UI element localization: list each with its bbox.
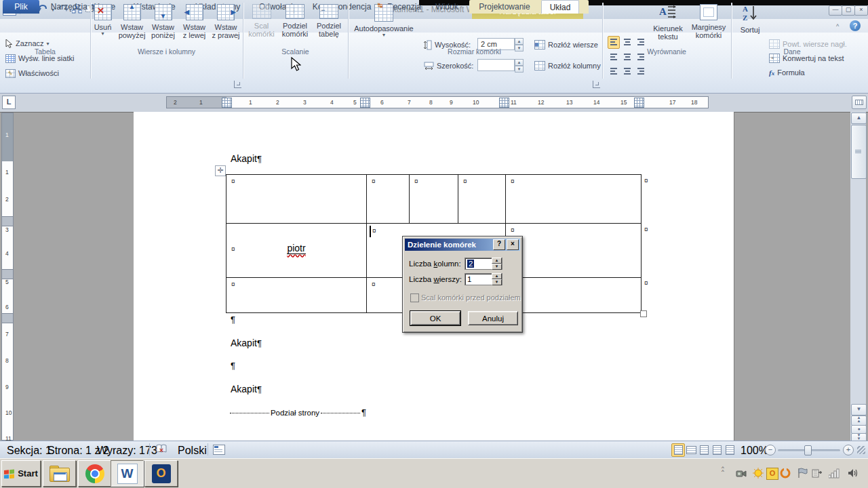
rozmiar-dialog-launcher[interactable] — [593, 81, 600, 88]
table-cell[interactable]: ¤ — [410, 175, 458, 223]
dialog-title-bar[interactable]: Dzielenie komórek ? × — [405, 239, 520, 251]
table-cell[interactable]: ¤ — [226, 175, 367, 223]
empty-paragraph[interactable]: ¶ — [231, 361, 235, 371]
zoom-slider-thumb[interactable] — [804, 445, 812, 455]
tab-projektowanie[interactable]: Projektowanie — [473, 0, 536, 14]
paragraph[interactable]: Akapit¶ — [231, 338, 262, 348]
table-row-marker[interactable] — [2, 269, 13, 279]
insert-right-button[interactable]: ▶ Wstawz prawej — [210, 2, 241, 45]
start-button[interactable]: Start — [1, 460, 41, 487]
autofit-button[interactable]: ↹ Autodopasowanie ▾ — [351, 2, 417, 45]
table-resize-handle[interactable] — [640, 310, 647, 317]
tray-volume-icon[interactable] — [848, 468, 859, 479]
tab-uklad[interactable]: Układ — [541, 0, 579, 14]
close-button[interactable]: × — [854, 5, 868, 16]
align-bottom-center-button[interactable] — [621, 64, 633, 77]
previous-page-button[interactable]: ▲▲ — [851, 415, 867, 426]
dialog-close-button[interactable]: × — [507, 239, 519, 250]
view-web-layout-button[interactable] — [697, 443, 711, 457]
sort-button[interactable]: AZ Sortuj — [735, 2, 765, 45]
tray-flag-icon[interactable] — [797, 468, 808, 479]
spellcheck-icon[interactable]: × — [156, 444, 168, 457]
insert-below-button[interactable]: ▼ Wstawponiżej — [148, 2, 178, 45]
view-draft-button[interactable] — [723, 443, 736, 457]
cancel-button[interactable]: Anuluj — [468, 311, 518, 325]
tray-signal-icon[interactable] — [829, 468, 840, 479]
restore-button[interactable]: ▢ — [842, 5, 855, 16]
table-cell[interactable]: ¤ — [367, 175, 410, 223]
insert-above-button[interactable]: ▲ Wstawpowyżej — [117, 2, 147, 45]
status-words[interactable]: Wyrazy: 173 — [97, 445, 157, 457]
h-ruler[interactable]: 211234567891011121314151718 — [166, 96, 709, 108]
tab-widok[interactable]: Widok — [430, 0, 464, 14]
tray-expand-icon[interactable]: ^^ — [722, 466, 724, 473]
zoom-in-button[interactable]: + — [843, 445, 854, 455]
tab-plik[interactable]: Plik — [3, 0, 39, 14]
zoom-level[interactable]: 100% — [741, 445, 768, 457]
columns-spinner[interactable]: ▲▼ — [492, 258, 502, 270]
taskbar-chrome-button[interactable] — [78, 460, 111, 487]
status-section[interactable]: Sekcja: 1 — [7, 445, 52, 457]
taskbar-outlook-button[interactable]: O — [144, 460, 178, 487]
paragraph[interactable]: Akapit¶ — [231, 384, 262, 394]
align-bottom-right-button[interactable] — [635, 64, 647, 77]
scroll-down-button[interactable]: ▼ — [851, 404, 867, 415]
distribute-cols-button[interactable]: Rozłóż kolumny — [534, 60, 601, 72]
delete-button[interactable]: × Usuń ▾ — [90, 2, 115, 45]
help-icon[interactable]: ? — [850, 20, 861, 31]
v-ruler[interactable]: 11234567891011 — [1, 113, 14, 441]
col-width-spinner[interactable]: ▲▼ — [515, 59, 524, 71]
group-label-wyrownanie: Wyrównanie — [602, 47, 731, 56]
merge-before-split-checkbox[interactable] — [410, 293, 419, 302]
tray-camera-icon[interactable] — [736, 468, 747, 479]
minimize-ribbon-icon[interactable]: ^ — [836, 23, 839, 30]
v-scrollbar-thumb[interactable] — [851, 125, 867, 179]
table-row-marker[interactable] — [2, 216, 13, 226]
paragraph[interactable]: Akapit¶ — [231, 153, 262, 164]
taskbar-explorer-button[interactable] — [43, 460, 76, 487]
cell-margins-button[interactable]: Marginesykomórki — [688, 2, 730, 45]
tray-sun-icon[interactable] — [753, 468, 764, 479]
split-table-button[interactable]: ━ Podzieltabelę — [313, 2, 345, 45]
table-column-marker[interactable] — [499, 98, 509, 108]
dialog-help-button[interactable]: ? — [493, 239, 505, 250]
empty-paragraph[interactable]: ¶ — [231, 314, 235, 325]
table-column-marker[interactable] — [222, 98, 232, 108]
align-bottom-left-button[interactable] — [608, 64, 620, 77]
tab-stop-selector[interactable]: L — [2, 96, 16, 109]
view-outline-button[interactable] — [710, 443, 724, 457]
text-direction-button[interactable]: A Kierunektekstu — [650, 2, 686, 45]
merge-cells-button[interactable]: Scalkomórki — [245, 2, 277, 45]
split-cells-button[interactable]: ┆ Podzielkomórki — [279, 2, 311, 45]
col-width-input[interactable] — [477, 59, 515, 71]
rows-spinner[interactable]: ▲▼ — [492, 273, 502, 285]
table-column-marker[interactable] — [634, 98, 644, 108]
status-language[interactable]: Polski — [178, 445, 207, 457]
wiersze-dialog-launcher[interactable] — [234, 81, 241, 88]
table-cell[interactable]: ¤ — [226, 278, 367, 312]
table-cell[interactable]: ¤ — [506, 175, 641, 223]
view-fullscreen-reading-button[interactable] — [684, 443, 698, 457]
tray-office-icon[interactable]: O — [766, 468, 778, 480]
cell-text[interactable]: piotr¤ — [226, 243, 366, 253]
ruler-toggle-button[interactable] — [852, 96, 867, 109]
table-cell[interactable]: ¤ — [458, 175, 506, 223]
tray-update-icon[interactable] — [780, 468, 791, 479]
scroll-up-button[interactable]: ▲ — [851, 113, 867, 124]
table-move-handle[interactable]: ✛ — [215, 165, 226, 176]
formula-button[interactable]: fx Formuła — [769, 66, 805, 79]
minimize-button[interactable]: — — [829, 5, 842, 16]
insert-left-button[interactable]: ◀ Wstawz lewej — [179, 2, 210, 45]
tray-plug-icon[interactable] — [812, 468, 823, 479]
table-cell[interactable]: ¤ — [506, 224, 641, 277]
zoom-out-button[interactable]: − — [765, 445, 776, 455]
table-cell-piotr[interactable]: piotr¤ — [226, 224, 367, 277]
taskbar-word-button[interactable]: W — [111, 460, 144, 487]
macro-record-icon[interactable] — [213, 445, 225, 455]
ok-button[interactable]: OK — [410, 311, 460, 325]
table-properties-button[interactable]: ✎ Właściwości — [5, 67, 59, 79]
table-row-marker[interactable] — [2, 313, 13, 323]
view-print-layout-button[interactable] — [671, 443, 685, 457]
resize-grip[interactable] — [857, 446, 865, 454]
table-column-marker[interactable] — [360, 98, 370, 108]
